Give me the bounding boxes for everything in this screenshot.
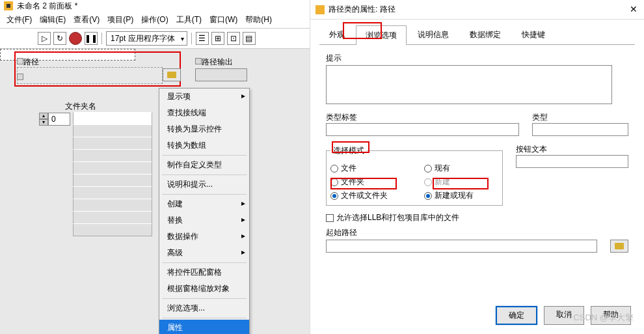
tab-data-binding[interactable]: 数据绑定	[460, 25, 511, 44]
typetag-label: 类型标签	[326, 112, 519, 123]
menu-operate[interactable]: 操作(O)	[137, 13, 172, 27]
hint-label: 提示	[326, 53, 628, 64]
separator	[101, 33, 102, 44]
menu-file[interactable]: 文件(F)	[3, 13, 36, 27]
menu-view[interactable]: 查看(V)	[70, 13, 103, 27]
array-element[interactable]	[73, 124, 152, 137]
terminal-icon	[17, 58, 23, 64]
terminal-icon	[17, 74, 23, 80]
radio-label: 文件	[341, 163, 356, 174]
distribute-icon: ⊞	[215, 34, 221, 43]
menu-fit-to-pane[interactable]: 将控件匹配窗格	[159, 264, 249, 281]
font-selector[interactable]: 17pt 应用程序字体	[106, 31, 187, 46]
menu-separator	[162, 155, 247, 156]
folder-icon	[615, 243, 624, 249]
loop-arrow-icon: ↻	[57, 34, 63, 43]
menu-help[interactable]: 帮助(H)	[241, 13, 276, 27]
context-menu: 显示项 查找接线端 转换为显示控件 转换为数组 制作自定义类型 说明和提示...…	[159, 88, 250, 334]
reorder-button[interactable]: ▤	[243, 32, 256, 45]
distribute-button[interactable]: ⊞	[211, 32, 224, 45]
dialog-titlebar: 路径类的属性: 路径 ✕	[310, 0, 644, 20]
type-input[interactable]	[532, 123, 628, 136]
menu-browse-options[interactable]: 浏览选项...	[159, 300, 249, 316]
menu-tools[interactable]: 工具(T)	[172, 13, 206, 27]
window-title: 未命名 2 前面板 *	[17, 1, 77, 12]
menu-properties[interactable]: 属性	[159, 320, 249, 334]
array-element[interactable]	[73, 199, 152, 212]
menu-window[interactable]: 窗口(W)	[206, 13, 241, 27]
menu-visible-items[interactable]: 显示项	[159, 89, 249, 105]
menu-make-typedef[interactable]: 制作自定义类型	[159, 157, 249, 173]
radio-new-or-existing[interactable]: 新建或现有	[424, 190, 498, 201]
menu-replace[interactable]: 替换	[159, 212, 249, 229]
array-element[interactable]	[73, 174, 152, 187]
array-element[interactable]	[73, 223, 152, 236]
menu-change-to-array[interactable]: 转换为数组	[159, 137, 249, 154]
pause-button[interactable]: ❚❚	[85, 32, 98, 45]
align-icon: ☰	[198, 34, 206, 43]
array-element[interactable]	[73, 149, 152, 162]
selection-mode-group: 选择模式 文件 现有 文件夹 新建 文件或文件夹 新建或现有	[326, 145, 503, 206]
start-path-input[interactable]	[326, 240, 597, 253]
front-panel-window: 未命名 2 前面板 * 文件(F) 编辑(E) 查看(V) 项目(P) 操作(O…	[0, 0, 310, 334]
front-panel-canvas[interactable]: 路径 路径输出 文件夹名 ▴▾ 0	[0, 49, 310, 334]
resize-button[interactable]: ⊡	[227, 32, 240, 45]
spin-down-icon[interactable]: ▾	[39, 119, 48, 126]
menu-separator	[162, 174, 247, 175]
menu-edit[interactable]: 编辑(E)	[36, 13, 70, 27]
menu-project[interactable]: 项目(P)	[103, 13, 137, 27]
button-text-input[interactable]	[516, 155, 628, 168]
pause-icon: ❚❚	[85, 34, 98, 43]
menu-find-terminal[interactable]: 查找接线端	[159, 105, 249, 121]
highlight-box	[433, 178, 489, 189]
menu-data-operations[interactable]: 数据操作	[159, 229, 249, 245]
radio-icon	[424, 192, 432, 200]
abort-button[interactable]	[69, 32, 82, 45]
browse-button[interactable]	[163, 68, 181, 81]
array-element[interactable]	[73, 112, 152, 125]
radio-existing[interactable]: 现有	[424, 163, 498, 174]
menu-separator	[162, 318, 247, 318]
menu-advanced[interactable]: 高级	[159, 245, 249, 261]
run-button[interactable]: ▷	[38, 32, 51, 45]
menu-scale-with-pane[interactable]: 根据窗格缩放对象	[159, 281, 249, 297]
radio-icon	[424, 165, 432, 173]
spin-up-icon[interactable]: ▴	[39, 113, 48, 119]
close-button[interactable]: ✕	[630, 4, 637, 14]
browse-start-path-button[interactable]	[610, 240, 628, 253]
array-element[interactable]	[73, 186, 152, 199]
radio-icon	[330, 165, 338, 173]
window-titlebar: 未命名 2 前面板 *	[0, 0, 310, 12]
array-index-value[interactable]: 0	[48, 113, 70, 126]
allow-llb-checkbox[interactable]: 允许选择LLB和打包项目库中的文件	[326, 212, 628, 223]
tab-documentation[interactable]: 说明信息	[408, 25, 459, 44]
array-element[interactable]	[73, 161, 152, 174]
radio-file-or-folder[interactable]: 文件或文件夹	[330, 190, 405, 201]
array-control[interactable]: ▴▾ 0	[39, 113, 152, 236]
menu-create[interactable]: 创建	[159, 196, 249, 212]
help-button[interactable]: 帮助	[591, 306, 631, 325]
array-index-spinner[interactable]: ▴▾	[39, 113, 48, 236]
hint-textarea[interactable]	[326, 65, 612, 104]
typetag-input[interactable]	[326, 123, 519, 136]
radio-label: 文件或文件夹	[341, 190, 388, 201]
menu-description[interactable]: 说明和提示...	[159, 176, 249, 193]
radio-icon	[424, 178, 432, 186]
array-element[interactable]	[73, 137, 152, 150]
menu-change-to-indicator[interactable]: 转换为显示控件	[159, 121, 249, 137]
cancel-button[interactable]: 取消	[544, 306, 584, 325]
menu-separator	[162, 298, 247, 299]
font-label: 17pt 应用程序字体	[111, 33, 175, 44]
array-element[interactable]	[73, 211, 152, 224]
start-path-label: 起始路径	[326, 227, 628, 238]
align-button[interactable]: ☰	[196, 32, 209, 45]
checkbox-icon	[326, 214, 334, 222]
menu-bar: 文件(F) 编辑(E) 查看(V) 项目(P) 操作(O) 工具(T) 窗口(W…	[0, 12, 310, 29]
path-output-indicator	[195, 68, 247, 81]
menu-separator	[162, 194, 247, 195]
run-continuous-button[interactable]: ↻	[53, 32, 66, 45]
ok-button[interactable]: 确定	[496, 306, 537, 325]
radio-file[interactable]: 文件	[330, 163, 405, 174]
tab-key-navigation[interactable]: 快捷键	[512, 25, 555, 44]
folder-icon	[167, 72, 176, 78]
